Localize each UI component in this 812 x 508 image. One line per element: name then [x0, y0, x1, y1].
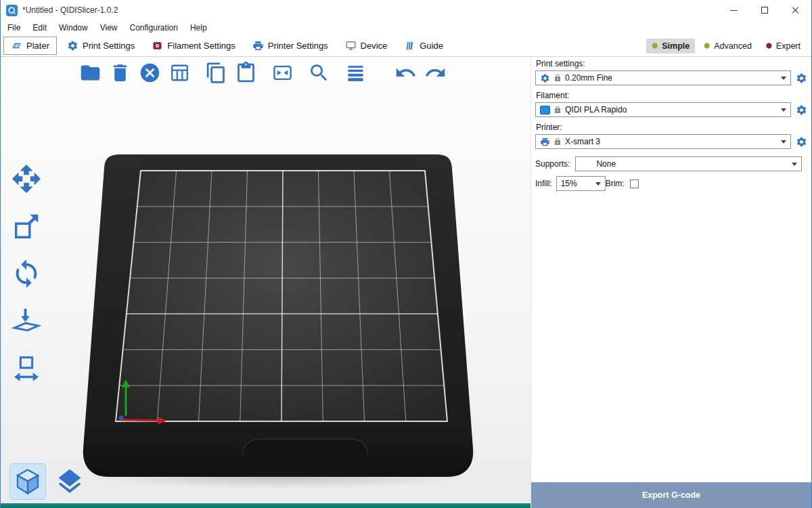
chevron-down-icon	[781, 77, 786, 80]
supports-combo[interactable]: None	[575, 156, 802, 171]
tab-guide[interactable]: Guide	[397, 37, 450, 54]
tab-plater[interactable]: Plater	[3, 37, 57, 55]
print-settings-combo[interactable]: 0.20mm Fine	[535, 70, 791, 85]
tab-printer-settings[interactable]: Printer Settings	[246, 37, 335, 54]
chevron-down-icon	[595, 182, 601, 186]
filament-combo[interactable]: QIDI PLA Rapido	[535, 102, 791, 117]
print-bed-render	[78, 150, 478, 481]
printer-label: Printer:	[536, 123, 807, 132]
copy-button[interactable]	[202, 58, 229, 87]
redo-button[interactable]	[422, 58, 449, 87]
menu-item-help[interactable]: Help	[184, 22, 213, 34]
tab-filament-settings[interactable]: Filament Settings	[145, 37, 242, 54]
variable-layer-height-icon	[344, 62, 367, 84]
close-icon	[792, 6, 800, 14]
paste-button[interactable]	[232, 58, 259, 87]
tab-device[interactable]: Device	[338, 37, 394, 54]
trash-icon	[109, 62, 131, 84]
delete-button[interactable]	[106, 58, 133, 87]
delete-all-button[interactable]	[136, 58, 163, 87]
supports-value: None	[596, 159, 788, 169]
print-settings-label: Print settings:	[536, 59, 807, 68]
preview-layers-button[interactable]	[52, 464, 87, 499]
print-bed	[78, 150, 478, 481]
maximize-button[interactable]	[749, 0, 780, 20]
arrange-grid-icon	[168, 62, 191, 84]
mode-advanced-label: Advanced	[714, 41, 752, 51]
variable-layer-height-button[interactable]	[342, 58, 369, 87]
layers-icon	[55, 467, 85, 496]
monitor-icon	[345, 40, 357, 51]
search-button[interactable]	[305, 58, 332, 87]
gear-icon	[67, 40, 78, 51]
tab-print-settings[interactable]: Print Settings	[60, 37, 141, 54]
place-on-face-icon	[11, 305, 42, 337]
scale-gizmo-button[interactable]	[6, 207, 47, 245]
supports-label: Supports:	[535, 159, 570, 169]
mode-advanced[interactable]: Advanced	[698, 39, 757, 54]
scale-icon	[11, 211, 42, 242]
print-settings-edit-button[interactable]	[795, 72, 807, 84]
viewport-3d[interactable]	[1, 57, 531, 508]
measure-gizmo-button[interactable]	[6, 350, 47, 387]
place-on-face-gizmo-button[interactable]	[6, 302, 47, 339]
infill-value: 15%	[561, 179, 592, 188]
printer-combo[interactable]: X-smart 3	[535, 134, 791, 149]
app-window: *Untitled - QIDISlicer-1.0.2 File Edit W…	[0, 0, 812, 508]
mode-simple[interactable]: Simple	[646, 39, 695, 54]
export-gcode-button[interactable]: Export G-code	[531, 482, 811, 508]
delete-all-icon	[139, 62, 161, 84]
view-mode-buttons	[10, 464, 87, 499]
chevron-down-icon	[781, 140, 786, 144]
mode-selector: Simple Advanced Expert	[646, 39, 806, 54]
open-folder-icon	[79, 62, 102, 84]
rotate-gizmo-button[interactable]	[6, 255, 47, 292]
tab-filament-settings-label: Filament Settings	[167, 41, 235, 51]
split-objects-icon	[271, 62, 294, 84]
filament-edit-button[interactable]	[795, 104, 807, 116]
arrange-button[interactable]	[166, 58, 193, 87]
brim-label: Brim:	[606, 179, 625, 188]
rotate-icon	[11, 258, 42, 289]
minimize-button[interactable]	[718, 0, 749, 20]
lock-icon	[554, 106, 562, 114]
infill-combo[interactable]: 15%	[556, 176, 606, 191]
filament-label: Filament:	[536, 91, 807, 100]
menu-item-file[interactable]: File	[1, 22, 26, 34]
tab-printer-settings-label: Printer Settings	[268, 41, 328, 51]
gizmo-toolbar	[6, 160, 47, 387]
tab-guide-label: Guide	[420, 41, 443, 51]
tab-print-settings-label: Print Settings	[83, 41, 135, 51]
copy-icon	[205, 62, 227, 84]
menu-item-edit[interactable]: Edit	[26, 22, 53, 34]
lock-icon	[554, 74, 562, 82]
undo-button[interactable]	[392, 58, 419, 87]
gear-icon	[796, 136, 807, 148]
filament-color-swatch	[540, 106, 550, 114]
mode-expert[interactable]: Expert	[761, 39, 806, 54]
printer-value: X-smart 3	[565, 137, 777, 146]
close-button[interactable]	[780, 0, 811, 20]
move-gizmo-button[interactable]	[6, 160, 47, 197]
guide-book-icon	[404, 40, 415, 51]
menu-item-view[interactable]: View	[94, 22, 124, 34]
gear-icon	[540, 73, 550, 83]
viewport-bottom-strip	[1, 503, 531, 508]
brim-checkbox[interactable]	[630, 179, 639, 188]
printer-edit-button[interactable]	[795, 135, 807, 148]
filament-value: QIDI PLA Rapido	[565, 105, 777, 114]
title-bar: *Untitled - QIDISlicer-1.0.2	[1, 0, 811, 20]
open-button[interactable]	[76, 58, 104, 87]
chevron-down-icon	[792, 163, 797, 166]
menu-item-configuration[interactable]: Configuration	[124, 22, 184, 34]
printer-icon	[540, 137, 550, 147]
app-logo-icon	[6, 5, 18, 16]
gear-icon	[796, 72, 807, 84]
split-objects-button[interactable]	[269, 58, 296, 87]
window-controls	[718, 0, 811, 20]
chevron-down-icon	[781, 108, 786, 112]
window-title: *Untitled - QIDISlicer-1.0.2	[22, 5, 118, 15]
menu-item-window[interactable]: Window	[53, 22, 94, 34]
paste-icon	[235, 62, 257, 84]
editor-3d-view-button[interactable]	[10, 464, 45, 499]
